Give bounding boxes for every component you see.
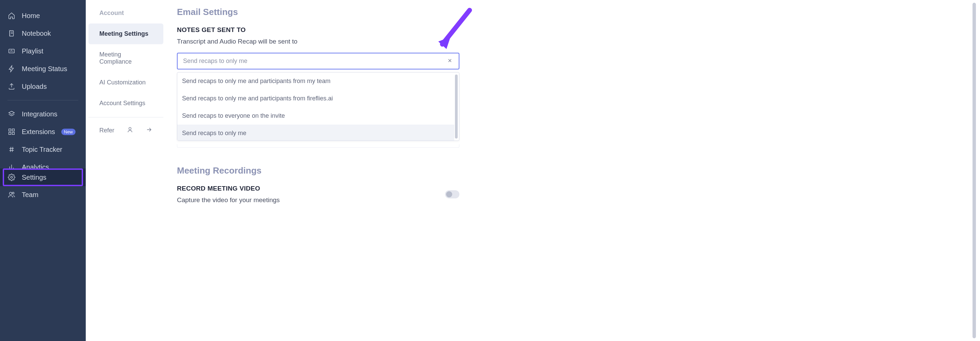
- sidebar-item-uploads[interactable]: Uploads: [0, 78, 86, 95]
- playlist-icon: [8, 47, 16, 55]
- sidebar-item-label: Integrations: [22, 110, 57, 118]
- sidebar-item-meeting-status[interactable]: Meeting Status: [0, 60, 86, 78]
- bolt-icon: [8, 65, 16, 73]
- sidebar-item-label: Settings: [22, 174, 46, 182]
- sidebar-item-integrations[interactable]: Integrations: [0, 105, 86, 123]
- upload-icon: [8, 82, 16, 91]
- sidebar-item-team[interactable]: Team: [0, 186, 86, 204]
- gear-icon: [8, 173, 16, 182]
- sidebar-item-label: Extensions: [22, 128, 55, 136]
- svg-rect-3: [9, 132, 11, 134]
- refer-label: Refer: [99, 127, 115, 134]
- sidebar-item-notebook[interactable]: Notebook: [0, 24, 86, 42]
- recap-recipients-select[interactable]: Send recaps to only me: [177, 53, 460, 69]
- primary-sidebar: Home Notebook Playlist Meeting Status Up…: [0, 0, 86, 341]
- sidebar-item-label: Uploads: [22, 83, 47, 91]
- main-content: Email Settings NOTES GET SENT TO Transcr…: [177, 7, 460, 204]
- svg-point-7: [11, 176, 13, 178]
- recap-recipients-dropdown: Send recaps to only me and participants …: [177, 72, 460, 141]
- sidebar-item-home[interactable]: Home: [0, 7, 86, 24]
- dropdown-footer-border: [177, 144, 460, 148]
- dropdown-scrollbar[interactable]: [455, 75, 458, 139]
- hash-icon: [8, 145, 16, 153]
- svg-rect-2: [12, 129, 14, 131]
- field-heading-notes-sent-to: NOTES GET SENT TO: [177, 26, 460, 34]
- field-subtext-record-video: Capture the video for your meetings: [177, 196, 280, 204]
- arrow-right-icon: [146, 126, 153, 135]
- sidebar-item-label: Playlist: [22, 47, 43, 55]
- sidebar-item-extensions[interactable]: Extensions New: [0, 123, 86, 140]
- dropdown-option[interactable]: Send recaps to only me and participants …: [177, 90, 454, 107]
- user-icon: [127, 126, 134, 135]
- clear-select-button[interactable]: [447, 58, 454, 65]
- field-subtext-notes-sent-to: Transcript and Audio Recap will be sent …: [177, 38, 460, 45]
- svg-point-6: [12, 192, 14, 194]
- toggle-knob: [446, 191, 452, 198]
- subnav-item-refer[interactable]: Refer: [89, 121, 163, 140]
- users-icon: [8, 191, 16, 199]
- new-badge: New: [61, 129, 76, 135]
- record-video-toggle[interactable]: [445, 190, 460, 198]
- section-title-meeting-recordings: Meeting Recordings: [177, 166, 460, 176]
- subnav-item-ai-customization[interactable]: AI Customization: [89, 72, 163, 93]
- sidebar-item-topic-tracker[interactable]: Topic Tracker: [0, 140, 86, 158]
- sidebar-item-playlist[interactable]: Playlist: [0, 42, 86, 60]
- page-scrollbar[interactable]: [972, 3, 976, 338]
- field-heading-record-video: RECORD MEETING VIDEO: [177, 185, 280, 192]
- sidebar-item-settings[interactable]: Settings: [0, 169, 86, 186]
- sidebar-item-label: Topic Tracker: [22, 146, 62, 153]
- sidebar-item-label: Home: [22, 12, 40, 20]
- section-title-email-settings: Email Settings: [177, 7, 460, 18]
- grid-icon: [8, 127, 16, 136]
- subnav-divider: [89, 117, 163, 118]
- sidebar-item-label: Team: [22, 191, 38, 199]
- subnav-item-meeting-settings[interactable]: Meeting Settings: [89, 24, 163, 44]
- dropdown-option[interactable]: Send recaps to only me: [177, 124, 454, 140]
- settings-subnav: Account Meeting Settings Meeting Complia…: [89, 3, 163, 140]
- sidebar-item-label: Notebook: [22, 30, 51, 37]
- dropdown-option[interactable]: Send recaps to everyone on the invite: [177, 107, 454, 124]
- subnav-item-meeting-compliance[interactable]: Meeting Compliance: [89, 44, 163, 72]
- subnav-item-account-settings[interactable]: Account Settings: [89, 93, 163, 114]
- dropdown-option[interactable]: Send recaps to only me and participants …: [177, 72, 454, 90]
- select-placeholder: Send recaps to only me: [183, 57, 247, 65]
- home-icon: [8, 11, 16, 20]
- svg-rect-1: [9, 129, 11, 131]
- layers-icon: [8, 110, 16, 118]
- sidebar-item-label: Meeting Status: [22, 65, 67, 73]
- svg-point-5: [10, 192, 12, 194]
- svg-point-8: [129, 127, 131, 130]
- svg-rect-4: [12, 132, 14, 134]
- subnav-heading-account: Account: [89, 3, 163, 24]
- sidebar-divider: [8, 100, 78, 100]
- notebook-icon: [8, 29, 16, 37]
